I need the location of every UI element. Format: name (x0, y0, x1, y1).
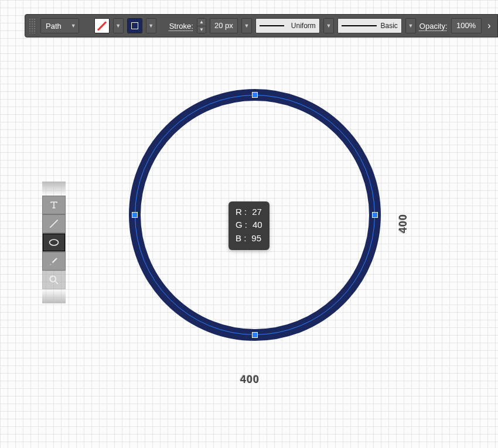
stroke-profile-dropdown[interactable]: ▼ (323, 18, 334, 33)
anchor-top[interactable] (252, 92, 258, 98)
fill-swatch-none[interactable] (94, 18, 110, 33)
rgb-b-value: 95 (251, 233, 261, 243)
line-tool[interactable] (42, 214, 66, 233)
opacity-field[interactable]: 100% (451, 18, 482, 33)
brush-preview-line (342, 25, 377, 26)
spinner-down-icon[interactable]: ▼ (197, 26, 206, 33)
anchor-bottom[interactable] (252, 332, 258, 338)
brush-selector[interactable]: Basic (337, 18, 402, 33)
brush-tool[interactable] (42, 252, 66, 271)
grip-handle[interactable] (29, 18, 36, 33)
stroke-width-spinner[interactable]: ▲ ▼ (197, 18, 206, 33)
color-tooltip: R : 27 G : 40 B : 95 (228, 201, 270, 250)
anchor-left[interactable] (132, 212, 138, 218)
chevron-down-icon: ▼ (71, 23, 76, 29)
brush-value: Basic (381, 22, 398, 30)
stroke-label: Stroke: (169, 22, 193, 30)
rgb-r-label: R : (236, 207, 247, 217)
zoom-tool[interactable] (42, 271, 66, 289)
rgb-g-value: 40 (253, 220, 262, 230)
stroke-profile-value: Uniform (291, 22, 316, 30)
fill-dropdown[interactable]: ▼ (113, 18, 124, 33)
ellipse-tool[interactable] (42, 233, 66, 252)
height-annotation: 400 (397, 214, 410, 233)
object-type-selector[interactable]: Path ▼ (40, 18, 79, 33)
stroke-swatch[interactable] (127, 18, 142, 33)
type-tool[interactable] (42, 196, 66, 214)
opacity-label: Opacity: (419, 22, 448, 30)
options-bar: Path ▼ ▼ ▼ Stroke: ▲ ▼ 20 px ▼ Uniform ▼… (25, 14, 498, 37)
zoom-icon (48, 274, 60, 286)
rgb-r-value: 27 (252, 207, 262, 217)
width-annotation: 400 (240, 374, 260, 386)
stroke-dropdown[interactable]: ▼ (146, 18, 156, 33)
type-icon (48, 199, 60, 211)
svg-point-0 (50, 240, 59, 245)
stroke-width-dropdown[interactable]: ▼ (241, 18, 252, 33)
line-icon (48, 218, 60, 230)
brush-icon (48, 255, 60, 267)
brush-dropdown[interactable]: ▼ (405, 18, 416, 33)
anchor-right[interactable] (372, 212, 378, 218)
profile-preview-line (260, 25, 284, 26)
rgb-b-label: B : (236, 233, 246, 243)
ellipse-icon (48, 237, 60, 248)
spinner-up-icon[interactable]: ▲ (197, 19, 206, 26)
tools-palette (42, 182, 66, 303)
more-options-icon[interactable]: › (483, 14, 496, 37)
object-type-label: Path (46, 22, 62, 30)
stroke-width-field[interactable]: 20 px (210, 18, 238, 33)
stroke-profile-selector[interactable]: Uniform (255, 18, 320, 33)
rgb-g-label: G : (236, 220, 247, 230)
svg-point-1 (50, 276, 56, 282)
